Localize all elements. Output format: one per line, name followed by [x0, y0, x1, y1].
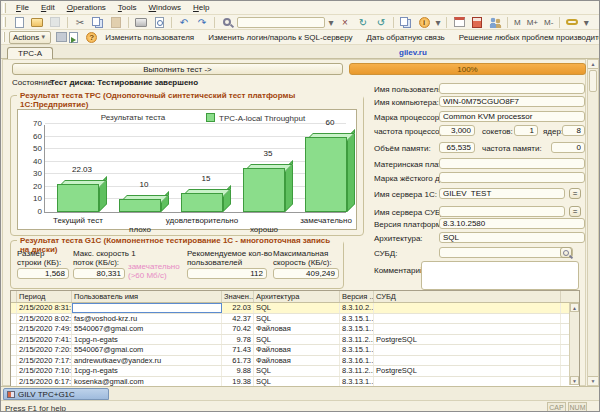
search-icon[interactable] [219, 16, 235, 29]
table-row[interactable]: 2/15/2020 7:41:...1cpg-n-egats9.78SQL8.3… [11, 335, 579, 346]
copy-window-icon[interactable] [398, 16, 414, 29]
open-folder-icon[interactable] [29, 16, 45, 29]
hdd-brand-field[interactable] [439, 172, 585, 183]
scroll-down-icon[interactable]: ▼ [588, 376, 598, 385]
column-header-4[interactable]: Архитектура [254, 291, 340, 302]
scroll-up-icon[interactable]: ▲ [588, 60, 598, 69]
undo-icon[interactable]: ↶ [176, 16, 192, 29]
menu-item-file[interactable]: File [10, 2, 35, 13]
scroll-up-icon[interactable]: ▲ [570, 303, 579, 312]
form-panel: Выполнить тест -> 100% Состояние: Тест д… [2, 59, 586, 386]
column-header-1[interactable]: Период [17, 291, 72, 302]
info-icon[interactable]: i [416, 16, 432, 29]
y-axis-tick: 60 [23, 132, 42, 141]
server-1c-equals-button[interactable]: = [569, 188, 581, 199]
max-speed-field[interactable] [273, 268, 339, 279]
window-tab-gilv[interactable]: GILV TPC+G1C [3, 388, 109, 400]
cores-field[interactable] [562, 125, 585, 136]
memory-freq-field[interactable] [551, 142, 585, 153]
cpu-brand-field[interactable] [439, 111, 585, 122]
table-row[interactable]: 2/15/2020 7:10:...1cpg-n-egats9.88SQL8.3… [11, 366, 579, 377]
table-scrollbar[interactable]: ▲ ▼ [569, 303, 579, 385]
cpu-freq-field[interactable] [439, 125, 475, 136]
menu-item-tools[interactable]: Tools [112, 2, 143, 13]
row-size-field[interactable] [17, 268, 69, 279]
column-header-6[interactable]: СУБД [374, 291, 561, 302]
save-icon[interactable] [47, 16, 63, 29]
table-row[interactable]: 2/15/2020 8:31:...22.03SQL8.3.10.2... [11, 303, 579, 314]
scroll-down-icon[interactable]: ▼ [570, 376, 579, 385]
tab-tpc-a[interactable]: TPC-A [7, 47, 53, 59]
search-input[interactable] [237, 17, 325, 28]
server-dbms-field[interactable] [439, 206, 565, 217]
table-cell: 2/15/2020 8:31:... [17, 303, 72, 313]
user-name-label: Имя пользователя: [374, 85, 445, 94]
user-name-field[interactable] [439, 83, 585, 94]
table-row[interactable]: 2/15/2020 7:49:...5540067@gmai.com70.42Ф… [11, 324, 579, 335]
memory-minus-button[interactable]: M- [541, 17, 556, 28]
memory-button[interactable]: M [511, 17, 524, 28]
gilev-site-link[interactable]: gilev.ru [399, 48, 427, 57]
cpu-brand-label: Марка процессора: [374, 113, 446, 122]
help-icon[interactable]: ? [86, 31, 97, 44]
cut-icon[interactable]: ✂ [72, 16, 88, 29]
form-scrollbar[interactable]: ▲ ▼ [587, 59, 599, 386]
menu-bar: FileEditOperationsToolsWindowsHelp [1, 1, 599, 15]
menu-item-operations[interactable]: Operations [61, 2, 112, 13]
key-icon[interactable] [564, 16, 580, 29]
actions-button[interactable]: Actions ▾ [9, 31, 51, 44]
users-icon[interactable] [487, 16, 503, 29]
menu-item-windows[interactable]: Windows [143, 2, 187, 13]
table-row[interactable]: 2/15/2020 7:20:...5540067@gmai.com71.43Ф… [11, 345, 579, 356]
find-next-icon[interactable]: ↻ [355, 16, 371, 29]
chart-bar-0: 22.03 [57, 184, 99, 212]
memory-freq-label: частота памяти: [482, 144, 542, 153]
search-dropdown-icon[interactable]: ▾ [327, 16, 335, 29]
table-row[interactable]: 2/15/2020 8:02:...fas@voshod-krz.ru42.37… [11, 314, 579, 325]
update-icon[interactable] [56, 31, 67, 44]
action-link-3[interactable]: Решение любых проблем производительности… [459, 33, 600, 42]
server-dbms-equals-button[interactable]: = [569, 206, 581, 217]
info-dropdown-icon[interactable]: ▾ [434, 16, 442, 29]
memory-field[interactable] [439, 142, 475, 153]
menu-item-help[interactable]: Help [187, 2, 215, 13]
architecture-label: Архитектура: [374, 234, 423, 243]
comment-field[interactable] [421, 261, 579, 290]
server-1c-field[interactable] [439, 188, 565, 199]
max-speed-thread-field[interactable] [73, 268, 125, 279]
computer-name-field[interactable] [439, 96, 585, 107]
calculator-icon[interactable] [469, 16, 485, 29]
dbms-field[interactable] [439, 247, 573, 258]
column-header-5[interactable]: Версия ... [340, 291, 374, 302]
key-dropdown-icon[interactable]: ▾ [582, 16, 590, 29]
recommended-users-field[interactable] [187, 268, 267, 279]
menu-item-edit[interactable]: Edit [35, 2, 61, 13]
action-link-1[interactable]: Изменить логин/пароль к SQL-серверу [208, 33, 352, 42]
action-link-0[interactable]: Изменить пользователя [105, 33, 194, 42]
find-previous-icon[interactable]: ↺ [373, 16, 389, 29]
copy-icon[interactable] [90, 16, 106, 29]
table-cell: SQL [254, 335, 340, 345]
print-icon[interactable] [133, 16, 149, 29]
paste-icon[interactable] [108, 16, 124, 29]
action-link-2[interactable]: Дать обратную связь [367, 33, 445, 42]
new-document-icon[interactable] [11, 16, 27, 29]
table-cell: Файловая [254, 324, 340, 334]
app-window: FileEditOperationsToolsWindowsHelp ✂↶↷▾×… [0, 0, 600, 412]
architecture-field[interactable] [439, 232, 585, 243]
sockets-field[interactable] [514, 125, 538, 136]
memory-plus-button[interactable]: M+ [524, 17, 541, 28]
run-test-button[interactable]: Выполнить тест -> [12, 63, 343, 75]
dbms-lookup-button[interactable] [560, 247, 572, 258]
scrollbar-thumb[interactable] [589, 70, 597, 92]
calendar-icon[interactable] [451, 16, 467, 29]
export-icon[interactable] [69, 31, 78, 44]
print-preview-icon[interactable] [151, 16, 167, 29]
redo-icon[interactable]: ↷ [194, 16, 210, 29]
motherboard-field[interactable] [439, 158, 585, 169]
platform-version-field[interactable] [439, 218, 585, 229]
column-header-2[interactable]: Пользователь имя [72, 291, 222, 302]
clear-search-icon[interactable]: × [337, 16, 353, 29]
table-row[interactable]: 2/15/2020 7:17:...andrewutkaev@yandex.ru… [11, 356, 579, 367]
column-header-3[interactable]: Значен... [222, 291, 254, 302]
